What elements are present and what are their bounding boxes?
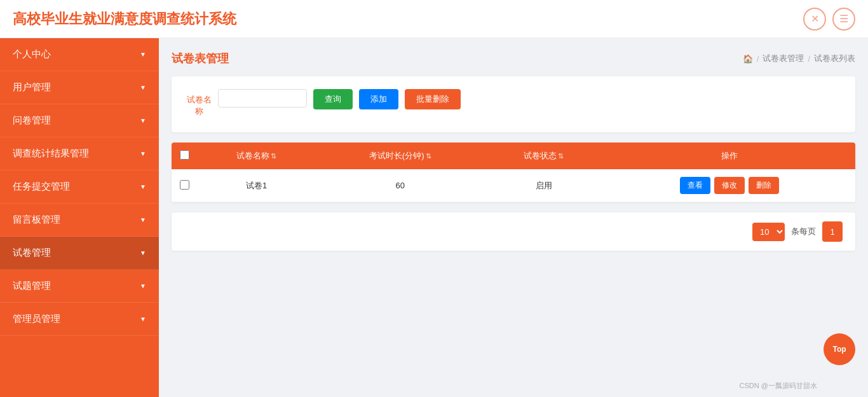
add-button[interactable]: 添加 bbox=[359, 89, 398, 109]
layout: 个人中心 ▼ 用户管理 ▼ 问卷管理 ▼ 调查统计结果管理 ▼ 任务提交管理 ▼… bbox=[0, 38, 868, 397]
delete-button[interactable]: 删除 bbox=[749, 177, 779, 194]
app-title: 高校毕业生就业满意度调查统计系统 bbox=[13, 10, 236, 29]
chevron-down-icon: ▼ bbox=[140, 84, 146, 91]
sidebar-item-message-board-management[interactable]: 留言板管理 ▼ bbox=[0, 204, 159, 237]
sidebar-item-task-submission-management[interactable]: 任务提交管理 ▼ bbox=[0, 171, 159, 204]
page-1-button[interactable]: 1 bbox=[822, 221, 843, 242]
filter-row: 试卷名 称 查询 添加 批量删除 bbox=[187, 89, 840, 117]
chevron-down-icon: ▼ bbox=[140, 117, 146, 124]
sidebar-item-label: 调查统计结果管理 bbox=[13, 148, 89, 160]
table-card: 试卷名称⇅ 考试时长(分钟)⇅ 试卷状态⇅ 操作 bbox=[172, 143, 855, 202]
sidebar-item-exam-management[interactable]: 试卷管理 ▼ bbox=[0, 237, 159, 270]
table-header-status: 试卷状态⇅ bbox=[484, 143, 603, 169]
filter-label: 试卷名 称 bbox=[187, 89, 212, 117]
page-title: 试卷表管理 bbox=[172, 51, 229, 66]
sidebar-item-survey-result-management[interactable]: 调查统计结果管理 ▼ bbox=[0, 137, 159, 171]
row-name: 试卷1 bbox=[197, 169, 316, 202]
edit-button[interactable]: 修改 bbox=[714, 177, 745, 194]
chevron-down-icon: ▼ bbox=[140, 150, 146, 157]
sidebar: 个人中心 ▼ 用户管理 ▼ 问卷管理 ▼ 调查统计结果管理 ▼ 任务提交管理 ▼… bbox=[0, 38, 159, 397]
query-button[interactable]: 查询 bbox=[313, 89, 353, 109]
sort-icon: ⇅ bbox=[271, 152, 276, 160]
select-all-checkbox[interactable] bbox=[180, 150, 189, 160]
row-status: 启用 bbox=[484, 169, 603, 202]
sidebar-item-label: 问卷管理 bbox=[13, 115, 51, 127]
batch-delete-button[interactable]: 批量删除 bbox=[405, 89, 461, 109]
sidebar-item-label: 管理员管理 bbox=[13, 313, 60, 325]
row-checkbox[interactable] bbox=[180, 180, 189, 190]
sidebar-item-question-management[interactable]: 试题管理 ▼ bbox=[0, 270, 159, 303]
table-header-row: 试卷名称⇅ 考试时长(分钟)⇅ 试卷状态⇅ 操作 bbox=[172, 143, 855, 169]
sort-icon: ⇅ bbox=[426, 152, 431, 160]
table-header-duration: 考试时长(分钟)⇅ bbox=[316, 143, 484, 169]
sidebar-item-label: 留言板管理 bbox=[13, 214, 60, 226]
table-row: 试卷1 60 启用 查看 修改 删除 bbox=[172, 169, 855, 202]
breadcrumb: 🏠 / 试卷表管理 / 试卷表列表 bbox=[743, 53, 855, 64]
row-checkbox-cell bbox=[172, 169, 197, 202]
back-to-top-button[interactable]: Top bbox=[824, 333, 855, 365]
header-actions: ✕ ☰ bbox=[803, 8, 855, 31]
sort-icon: ⇅ bbox=[558, 152, 564, 160]
breadcrumb-separator-2: / bbox=[808, 54, 810, 64]
chevron-down-icon: ▼ bbox=[140, 51, 146, 58]
main-content: 试卷表管理 🏠 / 试卷表管理 / 试卷表列表 试卷名 称 查询 添加 批量删除 bbox=[159, 38, 868, 397]
table-header-action: 操作 bbox=[603, 143, 855, 169]
sidebar-item-label: 个人中心 bbox=[13, 48, 51, 60]
home-icon: 🏠 bbox=[743, 54, 753, 64]
exam-table: 试卷名称⇅ 考试时长(分钟)⇅ 试卷状态⇅ 操作 bbox=[172, 143, 855, 202]
page-header: 试卷表管理 🏠 / 试卷表管理 / 试卷表列表 bbox=[172, 51, 855, 66]
sidebar-item-user-management[interactable]: 用户管理 ▼ bbox=[0, 71, 159, 104]
chevron-down-icon: ▼ bbox=[140, 249, 146, 256]
filter-card: 试卷名 称 查询 添加 批量删除 bbox=[172, 76, 855, 132]
action-buttons: 查看 修改 删除 bbox=[609, 177, 849, 194]
breadcrumb-item-1: 试卷表管理 bbox=[763, 53, 804, 64]
view-button[interactable]: 查看 bbox=[680, 177, 710, 194]
breadcrumb-separator: / bbox=[757, 54, 759, 64]
sidebar-item-label: 任务提交管理 bbox=[13, 181, 70, 193]
chevron-down-icon: ▼ bbox=[140, 316, 146, 323]
table-header-name: 试卷名称⇅ bbox=[197, 143, 316, 169]
breadcrumb-item-2: 试卷表列表 bbox=[814, 53, 855, 64]
close-button[interactable]: ✕ bbox=[803, 8, 826, 31]
exam-name-input[interactable] bbox=[218, 89, 307, 108]
pagination-card: 10 20 50 条每页 1 bbox=[172, 212, 855, 251]
chevron-down-icon: ▼ bbox=[140, 183, 146, 190]
per-page-label: 条每页 bbox=[791, 226, 816, 237]
sidebar-item-label: 用户管理 bbox=[13, 81, 51, 94]
footer-watermark: CSDN @一瓢源码甘甜水 bbox=[740, 381, 817, 391]
chevron-down-icon: ▼ bbox=[140, 216, 146, 223]
row-actions: 查看 修改 删除 bbox=[603, 169, 855, 202]
sidebar-item-personal-center[interactable]: 个人中心 ▼ bbox=[0, 38, 159, 71]
sidebar-item-label: 试题管理 bbox=[13, 280, 51, 292]
user-icon: ☰ bbox=[839, 13, 848, 25]
close-icon: ✕ bbox=[811, 13, 819, 25]
sidebar-item-admin-management[interactable]: 管理员管理 ▼ bbox=[0, 303, 159, 336]
row-duration: 60 bbox=[316, 169, 484, 202]
sidebar-item-label: 试卷管理 bbox=[13, 247, 51, 259]
sidebar-item-questionnaire-management[interactable]: 问卷管理 ▼ bbox=[0, 104, 159, 137]
table-header-checkbox bbox=[172, 143, 197, 169]
page-size-select[interactable]: 10 20 50 bbox=[752, 223, 785, 241]
header: 高校毕业生就业满意度调查统计系统 ✕ ☰ bbox=[0, 0, 868, 38]
chevron-down-icon: ▼ bbox=[140, 282, 146, 289]
user-button[interactable]: ☰ bbox=[832, 8, 855, 31]
